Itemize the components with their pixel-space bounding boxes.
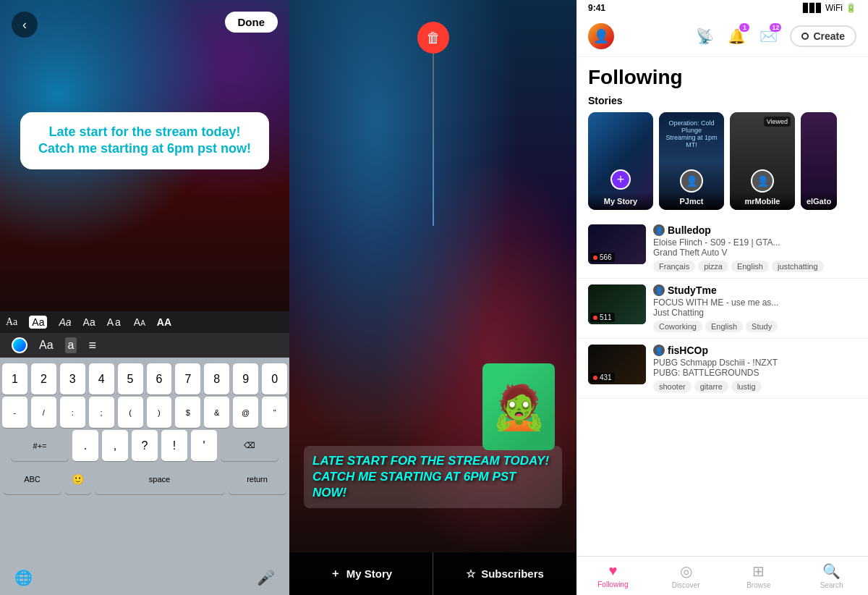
font-opt-5[interactable]: Aa bbox=[107, 316, 122, 328]
key-openparen[interactable]: ( bbox=[118, 397, 143, 428]
text-box-btn[interactable]: a bbox=[65, 337, 77, 353]
font-opt-7[interactable]: AA bbox=[157, 316, 171, 328]
key-exclaim[interactable]: ! bbox=[161, 430, 187, 461]
tag-pizza[interactable]: pizza bbox=[698, 261, 728, 272]
story-text-bubble: Late start for the stream today! Catch m… bbox=[20, 112, 269, 169]
story-post-panel: 🗑 🧟 LATE START FOR THE STREAM TODAY! CAT… bbox=[289, 0, 576, 595]
studytme-viewer-count: 511 bbox=[590, 313, 615, 322]
globe-icon[interactable]: 🌐 bbox=[14, 569, 33, 586]
key-more-symbols[interactable]: #+= bbox=[11, 430, 69, 461]
story-editor-panel: ‹ Done Late start for the stream today! … bbox=[0, 0, 289, 595]
nav-discover[interactable]: ◎ Discover bbox=[650, 557, 723, 595]
mrmobile-story-thumb[interactable]: Viewed 👤 mrMobile bbox=[730, 112, 795, 210]
key-at[interactable]: @ bbox=[233, 397, 258, 428]
live-dot-icon bbox=[593, 256, 597, 260]
fishcop-name: fisHCOp bbox=[668, 345, 708, 356]
tag-shooter[interactable]: shooter bbox=[653, 381, 692, 392]
key-abc[interactable]: ABC bbox=[4, 463, 61, 494]
key-closeparen[interactable]: ) bbox=[147, 397, 172, 428]
tag-justchatting[interactable]: justchatting bbox=[772, 261, 824, 272]
nav-search[interactable]: 🔍 Search bbox=[795, 557, 868, 595]
align-btn[interactable]: ≡ bbox=[88, 338, 96, 353]
mic-icon[interactable]: 🎤 bbox=[257, 569, 275, 586]
cast-button[interactable]: 📡 bbox=[694, 26, 715, 46]
studytme-game: Just Chatting bbox=[653, 308, 856, 318]
top-bar: 👤 📡 🔔 1 ✉️ 12 Create bbox=[576, 16, 868, 57]
key-period[interactable]: . bbox=[72, 430, 98, 461]
key-colon[interactable]: : bbox=[60, 397, 85, 428]
subscribers-button[interactable]: ☆ Subscribers bbox=[433, 553, 576, 595]
tag-francais[interactable]: Français bbox=[653, 261, 695, 272]
key-dash[interactable]: - bbox=[2, 397, 27, 428]
tag-english[interactable]: English bbox=[731, 261, 769, 272]
keyboard-row-bottom: ABC 🙂 space return bbox=[2, 463, 287, 494]
key-4[interactable]: 4 bbox=[89, 363, 114, 394]
mrmobile-label: mrMobile bbox=[734, 197, 791, 206]
key-dollar[interactable]: $ bbox=[175, 397, 200, 428]
status-time: 9:41 bbox=[588, 3, 605, 13]
your-story-button[interactable]: ＋ My Story bbox=[289, 552, 433, 595]
key-backspace[interactable]: ⌫ bbox=[221, 430, 278, 461]
tag-study[interactable]: Study bbox=[746, 321, 778, 332]
notifications-button[interactable]: 🔔 1 bbox=[726, 26, 746, 46]
key-8[interactable]: 8 bbox=[204, 363, 229, 394]
tag-english-2[interactable]: English bbox=[705, 321, 743, 332]
viewed-badge: Viewed bbox=[764, 117, 791, 127]
font-opt-3[interactable]: Aa bbox=[59, 316, 71, 328]
done-button[interactable]: Done bbox=[225, 12, 278, 33]
stream-item-studytme[interactable]: 511 👤 StudyTme FOCUS WITH ME - use me as… bbox=[576, 279, 868, 339]
font-opt-4[interactable]: Aa bbox=[83, 316, 95, 328]
pjmct-avatar: 👤 bbox=[680, 169, 703, 193]
font-opt-6[interactable]: Aa bbox=[134, 316, 145, 328]
studytme-name: StudyTme bbox=[668, 284, 717, 296]
pjmct-story-thumb[interactable]: Operation: Cold PlungeStreaming at 1pm M… bbox=[659, 112, 724, 210]
elgato-story-thumb[interactable]: elGato bbox=[801, 112, 837, 210]
key-apostrophe[interactable]: ' bbox=[191, 430, 217, 461]
tag-coworking[interactable]: Coworking bbox=[653, 321, 702, 332]
key-ampersand[interactable]: & bbox=[204, 397, 229, 428]
story-action-bar: ＋ My Story ☆ Subscribers bbox=[289, 552, 576, 595]
messages-button[interactable]: ✉️ 12 bbox=[758, 26, 778, 46]
user-avatar[interactable]: 👤 bbox=[588, 23, 614, 49]
key-semicolon[interactable]: ; bbox=[89, 397, 114, 428]
back-button[interactable]: ‹ bbox=[12, 12, 38, 38]
my-story-label: My Story bbox=[592, 197, 649, 206]
key-7[interactable]: 7 bbox=[175, 363, 200, 394]
fishcop-avatar: 👤 bbox=[653, 345, 665, 356]
tag-gitarre[interactable]: gitarre bbox=[694, 381, 728, 392]
top-bar-icons: 📡 🔔 1 ✉️ 12 Create bbox=[694, 25, 856, 47]
key-5[interactable]: 5 bbox=[118, 363, 143, 394]
text-style-btn[interactable]: Aa bbox=[39, 339, 54, 352]
mrmobile-avatar: 👤 bbox=[751, 169, 774, 193]
key-9[interactable]: 9 bbox=[233, 363, 258, 394]
key-3[interactable]: 3 bbox=[60, 363, 85, 394]
key-2[interactable]: 2 bbox=[31, 363, 56, 394]
key-0[interactable]: 0 bbox=[262, 363, 287, 394]
nav-following[interactable]: ♥ Following bbox=[576, 557, 650, 595]
key-space[interactable]: space bbox=[95, 463, 225, 494]
keyboard-row-symbols: - / : ; ( ) $ & @ " bbox=[2, 397, 287, 428]
my-story-thumb[interactable]: + My Story bbox=[588, 112, 653, 210]
tag-lustig[interactable]: lustig bbox=[731, 381, 762, 392]
status-bar: 9:41 ▊▊▊ WiFi 🔋 bbox=[576, 0, 868, 16]
font-opt-1[interactable]: Aa bbox=[6, 316, 17, 328]
pixel-sticker[interactable]: 🧟 bbox=[482, 363, 555, 450]
key-quote[interactable]: " bbox=[262, 397, 287, 428]
nav-browse[interactable]: ⊞ Browse bbox=[723, 557, 796, 595]
create-button[interactable]: Create bbox=[790, 25, 856, 47]
key-return[interactable]: return bbox=[229, 463, 286, 494]
stream-item-fishcop[interactable]: 431 👤 fisHCOp PUBG Schmapp Dschiii - !NZ… bbox=[576, 339, 868, 399]
key-emoji[interactable]: 🙂 bbox=[65, 463, 91, 494]
color-picker[interactable] bbox=[12, 337, 27, 353]
key-question[interactable]: ? bbox=[132, 430, 158, 461]
font-opt-2[interactable]: Aa bbox=[29, 316, 47, 329]
key-6[interactable]: 6 bbox=[147, 363, 172, 394]
elgato-label: elGato bbox=[805, 197, 833, 206]
discover-label: Discover bbox=[672, 581, 700, 589]
add-story-button[interactable]: + bbox=[610, 169, 631, 190]
key-comma[interactable]: , bbox=[102, 430, 128, 461]
stream-item-bulledop[interactable]: 566 👤 Bulledop Eloise Flinch - S09 - E19… bbox=[576, 219, 868, 279]
key-1[interactable]: 1 bbox=[2, 363, 27, 394]
key-slash[interactable]: / bbox=[31, 397, 56, 428]
delete-button[interactable]: 🗑 bbox=[417, 22, 449, 54]
